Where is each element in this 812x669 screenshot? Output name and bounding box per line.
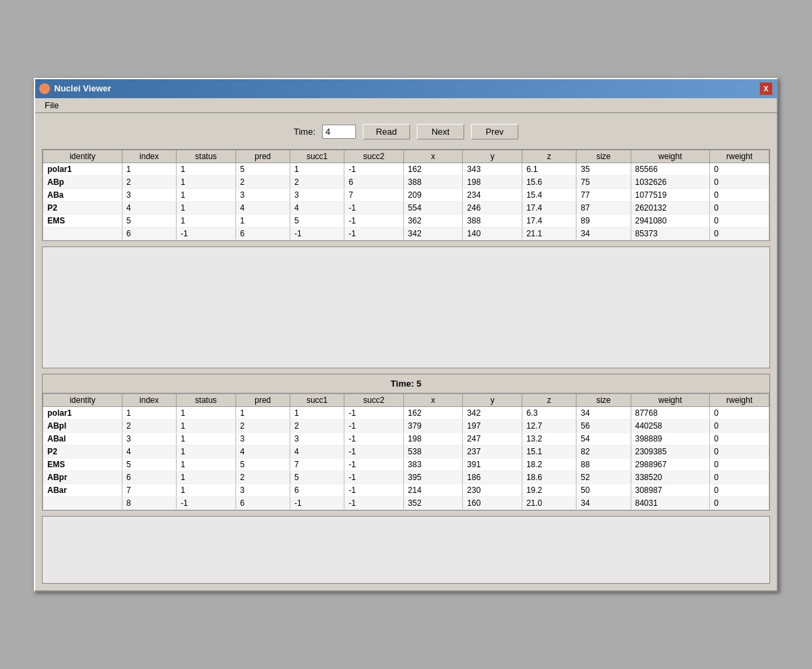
table-cell: 15.4 (522, 188, 576, 201)
table-cell: 3 (122, 188, 176, 201)
col2-header-y: y (463, 393, 522, 406)
col2-header-status: status (177, 393, 236, 406)
table-cell: 19.2 (522, 483, 576, 496)
table-cell: 15.1 (522, 445, 576, 458)
col-header-identity: identity (43, 150, 122, 163)
table-cell: 0 (710, 227, 769, 240)
table-cell: 17.4 (522, 201, 576, 214)
table-cell: 2 (235, 471, 290, 483)
table2-section: Time: 5 identity index status pred succ1… (42, 374, 770, 511)
menu-bar: File (35, 98, 777, 113)
table-row: polar11111-11623426.334877680 (43, 406, 769, 419)
table-cell: P2 (43, 445, 122, 458)
col-header-z: z (522, 150, 576, 163)
table-cell: 6 (344, 175, 404, 188)
table-cell: 1 (290, 163, 344, 175)
col-header-y: y (463, 150, 522, 163)
table-cell: 3 (290, 432, 344, 445)
col-header-succ2: succ2 (344, 150, 404, 163)
table-cell: 2309385 (631, 445, 710, 458)
table2: identity index status pred succ1 succ2 x… (43, 393, 769, 510)
table-cell: ABar (43, 483, 122, 496)
table-cell: 35 (577, 163, 631, 175)
table-cell: 1 (177, 471, 236, 483)
table-cell: 7 (122, 483, 176, 496)
table-row: 8-16-1-135216021.034840310 (43, 496, 769, 509)
table-cell: 3 (290, 188, 344, 201)
table-cell: 34 (577, 227, 631, 240)
table-cell: -1 (290, 496, 344, 509)
close-button[interactable]: X (759, 82, 773, 95)
table-cell: 4 (122, 201, 176, 214)
table-cell: 77 (577, 188, 631, 201)
table-cell: 246 (463, 201, 522, 214)
col-header-rweight: rweight (710, 150, 769, 163)
table-cell: 554 (403, 201, 463, 214)
table-cell: 75 (577, 175, 631, 188)
prev-button[interactable]: Prev (471, 124, 518, 139)
col-header-succ1: succ1 (290, 150, 344, 163)
file-menu[interactable]: File (41, 99, 63, 112)
read-button[interactable]: Read (363, 124, 410, 139)
table-cell: 15.6 (522, 175, 576, 188)
main-window: Nuclei Viewer X File Time: Read Next Pre… (34, 78, 778, 592)
table-cell: ABpr (43, 471, 122, 483)
table-cell: 7 (290, 458, 344, 471)
col2-header-pred: pred (235, 393, 290, 406)
table-cell: 0 (710, 214, 769, 227)
table-cell: -1 (344, 201, 404, 214)
table-cell: 162 (403, 163, 463, 175)
table-cell: polar1 (43, 163, 122, 175)
table-cell: 0 (710, 201, 769, 214)
table-cell: -1 (344, 445, 404, 458)
table-cell: 5 (235, 163, 290, 175)
table-cell: 1 (177, 188, 236, 201)
table-cell: -1 (344, 163, 404, 175)
table-cell: 2988967 (631, 458, 710, 471)
table-cell: 5 (290, 471, 344, 483)
col2-header-size: size (577, 393, 631, 406)
table-cell: 85566 (631, 163, 710, 175)
time-label: Time: (294, 127, 315, 137)
table-cell: 338520 (631, 471, 710, 483)
table-cell: 342 (403, 227, 463, 240)
table-cell: 52 (577, 471, 631, 483)
table-cell: 362 (403, 214, 463, 227)
table-cell: 17.4 (522, 214, 576, 227)
spacer1 (42, 246, 770, 368)
table-row: EMS5157-138339118.28829889670 (43, 458, 769, 471)
next-button[interactable]: Next (417, 124, 464, 139)
table-row: ABpr6125-139518618.6523385200 (43, 471, 769, 483)
table-cell: 4 (290, 445, 344, 458)
time-input[interactable] (322, 125, 356, 139)
table-cell: 1 (122, 163, 176, 175)
java-icon (39, 83, 50, 94)
col-header-size: size (577, 150, 631, 163)
table-cell: 440258 (631, 419, 710, 432)
table-row: ABar7136-121423019.2503089870 (43, 483, 769, 496)
title-bar: Nuclei Viewer X (35, 79, 777, 98)
table-cell: 0 (710, 496, 769, 509)
table-cell: 1 (177, 483, 236, 496)
table-cell: 21.0 (522, 496, 576, 509)
table-cell: 18.6 (522, 471, 576, 483)
table-cell: 2 (290, 175, 344, 188)
window-title: Nuclei Viewer (54, 83, 111, 93)
table-cell: 18.2 (522, 458, 576, 471)
table-cell: 4 (290, 201, 344, 214)
table-cell: -1 (344, 419, 404, 432)
table-cell: 186 (463, 471, 522, 483)
table-row: ABp2122638819815.67510326260 (43, 175, 769, 188)
table-cell: 0 (710, 445, 769, 458)
table-cell: 0 (710, 419, 769, 432)
table-cell: 3 (235, 432, 290, 445)
table-row: ABa3133720923415.47710775190 (43, 188, 769, 201)
table-cell: -1 (344, 471, 404, 483)
table-cell: -1 (344, 406, 404, 419)
table-cell: EMS (43, 214, 122, 227)
table-cell: 0 (710, 406, 769, 419)
table-cell: 5 (235, 458, 290, 471)
table-cell: 5 (122, 458, 176, 471)
table-row: P24144-155424617.48726201320 (43, 201, 769, 214)
table-cell: -1 (344, 458, 404, 471)
